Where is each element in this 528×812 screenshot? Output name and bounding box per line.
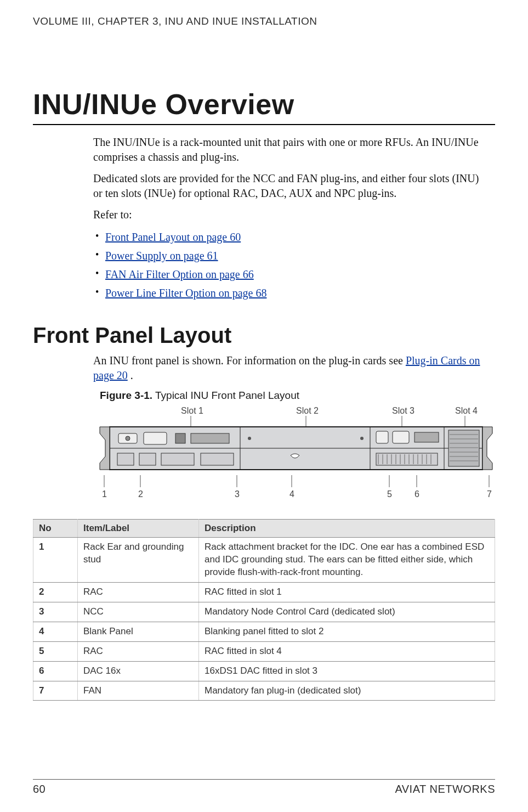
figure-inu-front-panel: Slot 1 Slot 2 Slot 3 Slot 4	[93, 405, 484, 504]
table-row: 2 RAC RAC fitted in slot 1	[33, 582, 495, 602]
title-rule	[33, 124, 495, 125]
col-desc: Description	[199, 520, 495, 538]
svg-rect-23	[393, 431, 409, 443]
svg-marker-6	[482, 427, 492, 470]
cell-no: 5	[33, 641, 78, 661]
link-power-supply[interactable]: Power Supply on page 61	[105, 250, 218, 262]
svg-rect-16	[117, 453, 134, 465]
section-text-b: .	[128, 369, 133, 381]
page-number: 60	[33, 783, 46, 796]
cell-no: 3	[33, 602, 78, 622]
callout-3: 3	[235, 489, 240, 499]
callout-4: 4	[289, 489, 294, 499]
cell-desc: Blanking panel fitted to slot 2	[199, 622, 495, 641]
cell-desc: 16xDS1 DAC fitted in slot 3	[199, 661, 495, 681]
intro-paragraph-1: The INU/INUe is a rack-mounted unit that…	[93, 135, 484, 165]
svg-point-20	[248, 437, 251, 440]
callout-1: 1	[102, 489, 107, 499]
cell-item: Blank Panel	[78, 622, 199, 641]
figure-caption: Figure 3-1. Typical INU Front Panel Layo…	[100, 390, 484, 402]
cell-no: 1	[33, 538, 78, 583]
callout-6: 6	[415, 489, 419, 499]
svg-rect-25	[376, 453, 438, 465]
footer-rule	[33, 779, 495, 780]
col-no: No	[33, 520, 78, 538]
footer-org: AVIAT NETWORKS	[395, 783, 495, 796]
figure-label: Figure 3-1.	[100, 390, 152, 401]
svg-rect-24	[415, 432, 439, 442]
description-table: No Item/Label Description 1 Rack Ear and…	[33, 519, 495, 701]
figure-svg: Slot 1 Slot 2 Slot 3 Slot 4	[93, 405, 495, 504]
table-row: 4 Blank Panel Blanking panel fitted to s…	[33, 622, 495, 641]
refer-to-label: Refer to:	[93, 207, 484, 222]
list-item: Front Panel Layout on page 60	[93, 229, 484, 245]
callout-7: 7	[487, 489, 492, 499]
reference-list: Front Panel Layout on page 60 Power Supp…	[93, 229, 484, 301]
table-row: 3 NCC Mandatory Node Control Card (dedic…	[33, 602, 495, 622]
link-front-panel-layout[interactable]: Front Panel Layout on page 60	[105, 231, 241, 243]
page-footer: 60 AVIAT NETWORKS	[33, 779, 495, 796]
slot-3-label: Slot 3	[392, 406, 415, 415]
list-item: Power Supply on page 61	[93, 247, 484, 264]
callout-5: 5	[387, 489, 392, 499]
table-row: 5 RAC RAC fitted in slot 4	[33, 641, 495, 661]
svg-rect-13	[144, 432, 167, 444]
cell-item: RAC	[78, 582, 199, 602]
svg-rect-14	[175, 433, 185, 443]
cell-desc: Mandatory Node Control Card (dedicated s…	[199, 602, 495, 622]
cell-item: FAN	[78, 681, 199, 701]
intro-paragraph-2: Dedicated slots are provided for the NCC…	[93, 171, 484, 201]
section-paragraph: An INU front panel is shown. For informa…	[93, 353, 484, 383]
cell-no: 6	[33, 661, 78, 681]
table-row: 6 DAC 16x 16xDS1 DAC fitted in slot 3	[33, 661, 495, 681]
callout-2: 2	[138, 489, 143, 499]
cell-item: RAC	[78, 641, 199, 661]
table-header-row: No Item/Label Description	[33, 520, 495, 538]
table-row: 1 Rack Ear and grounding stud Rack attac…	[33, 538, 495, 583]
cell-desc: RAC fitted in slot 4	[199, 641, 495, 661]
figure-title: Typical INU Front Panel Layout	[152, 390, 299, 401]
cell-desc: RAC fitted in slot 1	[199, 582, 495, 602]
col-item: Item/Label	[78, 520, 199, 538]
svg-rect-18	[161, 453, 194, 465]
table-row: 7 FAN Mandatory fan plug-in (dedicated s…	[33, 681, 495, 701]
slot-1-label: Slot 1	[181, 406, 203, 415]
list-item: FAN Air Filter Option on page 66	[93, 266, 484, 283]
slot-2-label: Slot 2	[296, 406, 319, 415]
cell-desc: Rack attachment bracket for the IDC. One…	[199, 538, 495, 583]
section-heading-front-panel: Front Panel Layout	[33, 323, 495, 348]
cell-no: 7	[33, 681, 78, 701]
page-title: INU/INUe Overview	[33, 88, 495, 121]
svg-rect-22	[376, 431, 388, 443]
svg-rect-19	[201, 453, 234, 465]
svg-rect-17	[139, 453, 156, 465]
cell-item: NCC	[78, 602, 199, 622]
section-text-a: An INU front panel is shown. For informa…	[93, 354, 406, 366]
running-head: VOLUME III, CHAPTER 3, INU AND INUE INST…	[33, 15, 495, 27]
link-power-line-filter[interactable]: Power Line Filter Option on page 68	[105, 287, 266, 299]
cell-desc: Mandatory fan plug-in (dedicated slot)	[199, 681, 495, 701]
cell-item: Rack Ear and grounding stud	[78, 538, 199, 583]
list-item: Power Line Filter Option on page 68	[93, 285, 484, 301]
cell-no: 4	[33, 622, 78, 641]
svg-point-12	[126, 436, 130, 441]
link-fan-air-filter[interactable]: FAN Air Filter Option on page 66	[105, 268, 254, 280]
slot-4-label: Slot 4	[455, 406, 478, 415]
cell-no: 2	[33, 582, 78, 602]
svg-point-21	[360, 437, 364, 440]
svg-rect-15	[191, 433, 229, 443]
cell-item: DAC 16x	[78, 661, 199, 681]
svg-marker-5	[100, 427, 110, 470]
